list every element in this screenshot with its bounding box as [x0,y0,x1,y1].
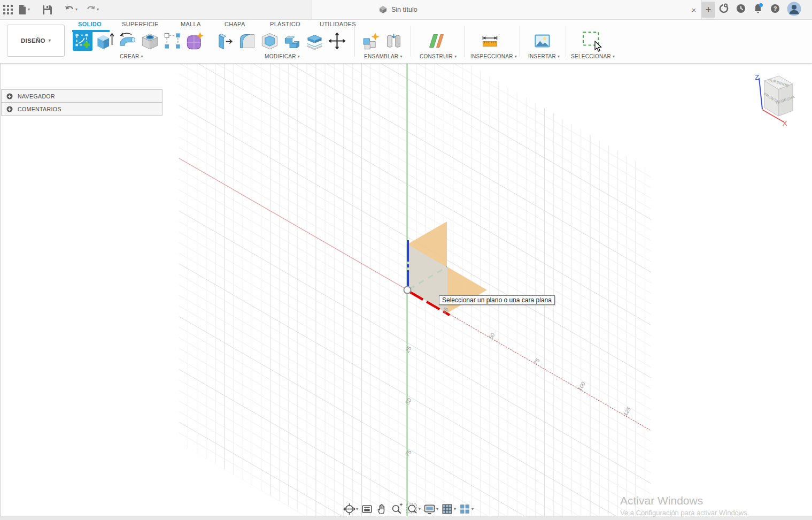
offset-face-button[interactable] [305,31,324,51]
x-axis-label: 125 [622,406,632,417]
tab-malla[interactable]: MALLA [181,21,201,27]
titlebar: ▾ ▾ ▾ Sin tí [0,0,812,20]
file-menu-caret: ▾ [28,7,30,12]
design-workspace-label: DISEÑO [21,37,45,44]
save-button[interactable] [43,5,52,14]
grid-settings-button[interactable]: ▾ [441,503,456,515]
tab-utilidades[interactable]: UTILIDADES [320,21,356,27]
hole-button[interactable] [140,31,160,51]
display-settings-icon [423,503,436,515]
press-pull-button[interactable] [215,31,235,51]
grid-settings-caret[interactable]: ▾ [454,507,456,511]
design-workspace-caret: ▾ [49,39,51,43]
notification-badge [759,3,763,7]
comments-panel-header[interactable]: COMENTARIOS [2,102,162,115]
combine-button[interactable] [282,31,302,51]
look-at-button[interactable] [361,503,373,515]
group-label-modificar[interactable]: MODIFICAR▾ [265,53,300,59]
canvas-border [0,63,1,520]
insert-image-button[interactable] [532,31,552,51]
viewport-canvas[interactable]: 25 50 75 100 125 25 50 75 SUPERIOR FRONT… [0,0,812,520]
tab-plastico[interactable]: PLÁSTICO [270,21,300,27]
tab-chapa[interactable]: CHAPA [225,21,245,27]
orbit-caret[interactable]: ▾ [356,507,358,511]
zoom-icon [391,503,403,515]
move-button[interactable] [327,31,347,51]
group-label-seleccionar[interactable]: SELECCIONAR▾ [571,53,615,59]
side-panels: NAVEGADOR COMENTARIOS [1,89,163,116]
measure-button[interactable] [480,31,500,51]
y-axis-label: 50 [404,397,412,406]
redo-caret[interactable]: ▾ [97,7,99,12]
extrude-button[interactable] [95,31,115,51]
x-axis-negative [179,158,408,290]
viewcube[interactable]: SUPERIOR FRONTAL DERECHA Z X [755,73,795,127]
design-workspace-dropdown[interactable]: DISEÑO ▾ [7,25,65,57]
create-sketch-button[interactable] [73,31,92,51]
zoom-button[interactable] [391,503,403,515]
app-grid-icon[interactable] [3,5,13,14]
group-label-construir[interactable]: CONSTRUIR▾ [420,53,457,59]
y-axis-label: 25 [404,345,413,354]
expand-icon[interactable] [6,93,13,100]
construction-plane-button[interactable] [427,31,446,51]
file-menu-button[interactable]: ▾ [18,5,30,14]
group-divider [411,26,411,57]
display-settings-button[interactable]: ▾ [423,503,438,515]
origin-point[interactable] [404,287,411,294]
group-label-inspeccionar[interactable]: INSPECCIONAR▾ [470,53,517,59]
profile-avatar[interactable] [787,2,801,18]
window-bottom-edge [0,516,812,520]
group-divider [520,26,520,57]
group-divider [354,26,355,57]
joint-button[interactable] [384,31,404,51]
svg-text:?: ? [774,5,777,12]
viewcube-z-label: Z [755,73,759,81]
fit-icon [406,503,418,515]
navigator-panel-header[interactable]: NAVEGADOR [2,90,162,102]
shell-button[interactable] [260,31,280,51]
navigator-panel-label: NAVEGADOR [18,93,55,100]
expand-icon[interactable] [6,106,13,112]
rectangular-pattern-button[interactable] [163,31,182,51]
group-label-ensamblar[interactable]: ENSAMBLAR▾ [364,53,403,59]
close-tab-button[interactable]: × [689,4,699,15]
group-label-crear[interactable]: CREAR▾ [120,53,143,59]
viewports-button[interactable]: ▾ [459,503,474,515]
pan-button[interactable] [376,503,388,515]
orbit-button[interactable]: ▾ [343,503,358,515]
new-tab-button[interactable]: + [701,2,715,18]
selection-tooltip: Seleccionar un plano o una cara plana [439,295,555,305]
revolve-button[interactable] [118,31,137,51]
extensions-icon[interactable] [718,3,729,16]
document-title: Sin título [391,6,417,13]
group-label-insertar[interactable]: INSERTAR▾ [528,53,560,59]
create-form-button[interactable] [185,31,205,51]
notifications-icon[interactable] [753,3,763,16]
look-at-icon [361,503,373,515]
navigation-toolbar: ▾ ▾ ▾ [343,503,474,515]
tab-solido[interactable]: SOLIDO [78,21,102,27]
help-icon[interactable]: ? [770,3,780,16]
tab-superficie[interactable]: SUPERFICIE [122,21,159,27]
undo-icon [65,5,74,14]
fillet-button[interactable] [237,31,257,51]
document-title-group: Sin título [378,0,417,19]
redo-button[interactable]: ▾ [86,5,99,14]
mouse-cursor [594,41,602,55]
pan-icon [376,503,388,515]
document-tab[interactable] [312,0,702,19]
undo-caret[interactable]: ▾ [75,7,78,12]
job-status-icon[interactable] [736,3,746,16]
display-settings-caret[interactable]: ▾ [436,507,438,511]
undo-button[interactable]: ▾ [65,5,78,14]
group-divider [464,26,465,57]
viewports-icon [459,503,471,515]
viewcube-z-axis [759,78,762,109]
viewports-caret[interactable]: ▾ [471,507,474,511]
new-component-button[interactable] [361,31,381,51]
fit-button[interactable]: ▾ [406,503,421,515]
fit-caret[interactable]: ▾ [419,507,421,511]
orbit-icon [343,503,355,515]
redo-icon [86,5,96,14]
